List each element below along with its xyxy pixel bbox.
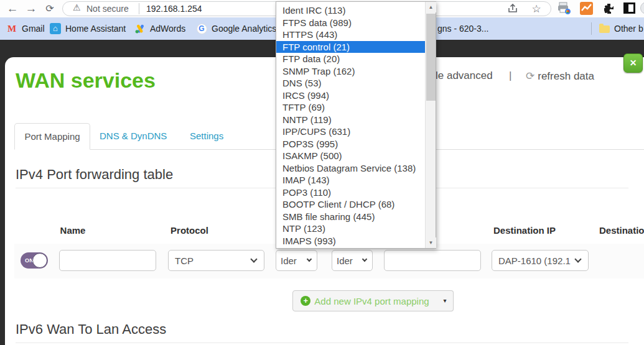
dropdown-option[interactable]: IMAP (143)	[276, 174, 425, 186]
protocol-select[interactable]: TCP	[168, 250, 264, 271]
service-dropdown: Ident IRC (113)FTPS data (989)HTTPS (443…	[276, 1, 436, 249]
tab-dns-dyndns[interactable]: DNS & DynDNS	[100, 123, 167, 150]
section-title-ipv4: IPv4 Port forwarding table	[16, 167, 173, 183]
dropdown-scrollbar[interactable]: ▲ ▼	[425, 2, 436, 248]
profile-avatar[interactable]	[640, 2, 644, 14]
dropdown-option[interactable]: POP3S (995)	[276, 138, 425, 150]
extensions-puzzle-icon[interactable]	[602, 2, 615, 15]
refresh-data-link[interactable]: ⟳refresh data	[526, 70, 594, 83]
bookmark-adwords[interactable]: AdWords	[134, 17, 185, 40]
dropdown-option[interactable]: ISAKMP (500)	[276, 150, 425, 162]
scroll-thumb[interactable]	[426, 14, 436, 101]
screen: ← → ⟳ ⚠ Not secure 192.168.1.254 ☆	[0, 0, 644, 345]
column-header-protocol: Protocol	[163, 225, 216, 236]
bottom-rule	[16, 343, 628, 343]
page-title: WAN services	[16, 68, 156, 93]
lan-port-select[interactable]: Ider	[332, 250, 373, 271]
dropdown-option[interactable]: SNMP Trap (162)	[276, 65, 425, 78]
g-glyph: G	[197, 24, 207, 34]
omnibox-divider	[139, 3, 139, 14]
tab-port-mapping[interactable]: Port Mapping	[14, 123, 90, 150]
warning-icon: ⚠	[73, 2, 81, 12]
chevron-down-icon	[574, 255, 581, 262]
scroll-down-button[interactable]: ▼	[426, 237, 436, 248]
google-analytics-icon: G	[196, 23, 207, 34]
url-text[interactable]: 192.168.1.254	[146, 4, 202, 14]
bookmark-label: AdWords	[150, 24, 185, 34]
tab-settings[interactable]: Settings	[190, 123, 223, 150]
destination-port-input[interactable]	[384, 250, 481, 271]
dropdown-option-list: Ident IRC (113)FTPS data (989)HTTPS (443…	[276, 4, 425, 247]
dropdown-option[interactable]: Netbios Datagram Service (138)	[276, 162, 425, 175]
name-input[interactable]	[59, 250, 156, 271]
bookmark-star-icon[interactable]: ☆	[530, 2, 543, 16]
enable-toggle[interactable]: ON	[21, 252, 48, 269]
dropdown-option[interactable]: NNTP (119)	[276, 114, 425, 126]
column-header-destination-ip: Destination IP	[487, 225, 562, 236]
other-bookmarks-label: Other b	[614, 24, 643, 34]
share-icon[interactable]	[506, 4, 520, 15]
home-assistant-icon: ⌂	[50, 23, 61, 34]
bookmark-google-analytics[interactable]: G Google Analytics	[196, 17, 276, 40]
not-secure-label[interactable]: Not secure	[86, 4, 129, 14]
dropdown-option[interactable]: DNS (53)	[276, 77, 425, 90]
add-mapping-button[interactable]: + Add new IPv4 port mapping	[292, 290, 437, 311]
bookmark-home-assistant[interactable]: ⌂ Home Assistant	[50, 17, 126, 40]
dropdown-option[interactable]: FTPS data (989)	[276, 17, 425, 29]
extension-analytics-icon[interactable]	[580, 2, 593, 15]
wan-port-select[interactable]: Ider	[276, 250, 317, 271]
dropdown-option[interactable]: POP3 (110)	[276, 186, 425, 199]
folder-icon	[599, 25, 610, 33]
bookmark-truncated[interactable]: gns - 620-3...	[437, 17, 489, 40]
side-panel-icon[interactable]	[623, 2, 635, 14]
destination-ip-select[interactable]: DAP-1610 (192.1	[492, 250, 589, 271]
caret-down-icon: ▾	[443, 297, 446, 304]
refresh-button[interactable]: ⟳	[41, 0, 58, 17]
wan-port-select-value: Ider	[281, 255, 304, 266]
refresh-data-label: refresh data	[538, 70, 594, 82]
refresh-icon: ⟳	[526, 70, 534, 82]
chevron-down-icon	[307, 257, 312, 262]
bookmarks-divider	[591, 22, 592, 35]
column-header-destination-port: Destination	[599, 225, 644, 236]
house-glyph: ⌂	[50, 23, 61, 34]
header-divider: |	[509, 70, 511, 82]
bookmark-label: Home Assistant	[65, 24, 126, 34]
dropdown-option[interactable]: IRCS (994)	[276, 90, 425, 102]
add-mapping-caret-button[interactable]: ▾	[437, 290, 454, 311]
add-mapping-label: Add new IPv4 port mapping	[314, 296, 429, 306]
forward-button[interactable]: →	[22, 0, 40, 17]
adwords-logo	[135, 24, 146, 34]
extension-print-icon[interactable]	[557, 2, 571, 14]
toggle-knob	[32, 253, 47, 268]
other-bookmarks[interactable]: Other b	[599, 17, 643, 40]
scroll-up-button[interactable]: ▲	[426, 2, 436, 12]
adwords-icon	[134, 23, 146, 34]
bookmark-label: Google Analytics	[212, 24, 276, 34]
chevron-down-icon	[250, 255, 257, 262]
protocol-select-value: TCP	[175, 255, 248, 266]
dropdown-option[interactable]: FTP data (20)	[276, 53, 425, 65]
dropdown-option[interactable]: BOOTP Client / DHCP (68)	[276, 198, 425, 211]
dropdown-option[interactable]: SMB file sharing (445)	[276, 211, 425, 223]
dropdown-option[interactable]: Ident IRC (113)	[276, 4, 425, 17]
dropdown-option[interactable]: TFTP (69)	[276, 101, 425, 114]
gmail-icon: M	[6, 23, 17, 34]
dropdown-option[interactable]: FTP control (21)	[276, 41, 425, 53]
gmail-m-glyph: M	[7, 24, 16, 34]
dropdown-option[interactable]: IPP/CUPS (631)	[276, 126, 425, 138]
chart-line-icon	[580, 2, 593, 15]
back-button[interactable]: ←	[4, 0, 21, 17]
bookmark-gmail[interactable]: M Gmail	[6, 17, 45, 40]
dropdown-option[interactable]: HTTPS (443)	[276, 29, 425, 41]
destination-ip-select-value: DAP-1610 (192.1	[498, 255, 572, 266]
lan-port-select-value: Ider	[337, 255, 359, 266]
dropdown-option[interactable]: NTP (123)	[276, 223, 425, 235]
share-icon-svg	[507, 4, 518, 14]
puzzle-icon	[602, 2, 615, 15]
chrome-ball-icon	[565, 9, 571, 14]
dropdown-option[interactable]: IMAPS (993)	[276, 235, 425, 247]
toggle-advanced-link[interactable]: le advanced	[436, 70, 493, 82]
close-icon: ✕	[630, 58, 637, 68]
close-button[interactable]: ✕	[623, 53, 643, 73]
